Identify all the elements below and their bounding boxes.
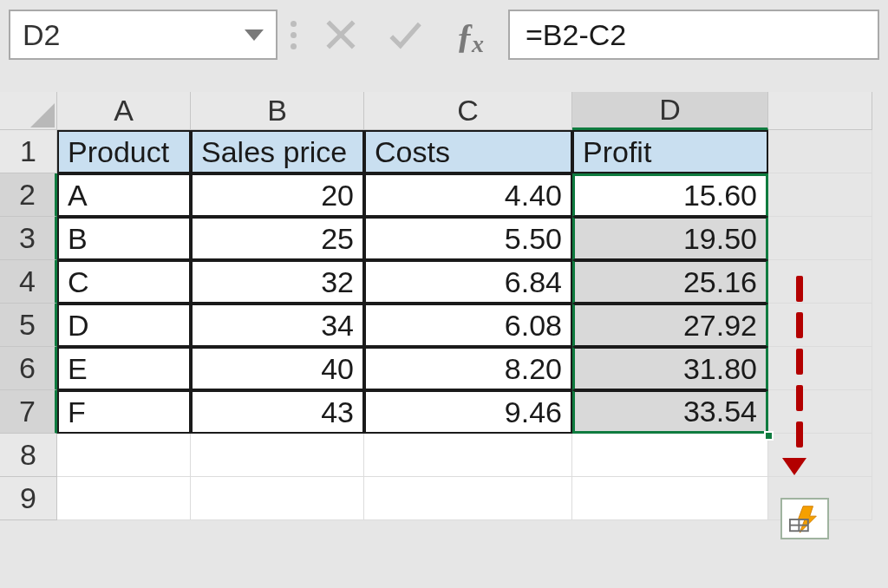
cancel-button[interactable] bbox=[309, 10, 373, 60]
select-all-corner[interactable] bbox=[0, 92, 57, 130]
column-header-b[interactable]: B bbox=[191, 92, 364, 130]
cell-c3[interactable]: 5.50 bbox=[364, 217, 572, 260]
spreadsheet-grid: A B C D 1 Product Sales price Costs Prof… bbox=[0, 92, 872, 520]
check-icon bbox=[387, 16, 423, 53]
cell-a7[interactable]: F bbox=[57, 390, 191, 434]
cell-a6[interactable]: E bbox=[57, 347, 191, 390]
name-box-value: D2 bbox=[23, 18, 245, 52]
cell-d6[interactable]: 31.80 bbox=[572, 347, 768, 390]
cell-d9[interactable] bbox=[572, 477, 768, 520]
cell-b6[interactable]: 40 bbox=[191, 347, 364, 390]
column-header-blank[interactable] bbox=[768, 92, 872, 130]
drag-down-arrow-icon bbox=[791, 276, 808, 479]
cell-a5[interactable]: D bbox=[57, 304, 191, 347]
cell-c6[interactable]: 8.20 bbox=[364, 347, 572, 390]
cell-c4[interactable]: 6.84 bbox=[364, 260, 572, 304]
column-header-d[interactable]: D bbox=[572, 92, 768, 130]
autofill-options-button[interactable] bbox=[780, 498, 829, 539]
column-header-row: A B C D bbox=[0, 92, 872, 130]
cell-e4[interactable] bbox=[768, 260, 872, 304]
row-header-4[interactable]: 4 bbox=[0, 260, 57, 304]
cell-c9[interactable] bbox=[364, 477, 572, 520]
row-5: 5 D 34 6.08 27.92 bbox=[0, 304, 872, 347]
row-header-5[interactable]: 5 bbox=[0, 304, 57, 347]
column-header-a[interactable]: A bbox=[57, 92, 191, 130]
cell-e1[interactable] bbox=[768, 130, 872, 173]
cell-d3[interactable]: 19.50 bbox=[572, 217, 768, 260]
cell-a4[interactable]: C bbox=[57, 260, 191, 304]
cell-d8[interactable] bbox=[572, 434, 768, 477]
cell-e5[interactable] bbox=[768, 304, 872, 347]
cell-b8[interactable] bbox=[191, 434, 364, 477]
cancel-icon bbox=[323, 16, 359, 53]
row-7: 7 F 43 9.46 33.54 bbox=[0, 390, 872, 434]
cell-b9[interactable] bbox=[191, 477, 364, 520]
row-header-2[interactable]: 2 bbox=[0, 173, 57, 217]
name-box[interactable]: D2 bbox=[9, 10, 278, 60]
cell-a8[interactable] bbox=[57, 434, 191, 477]
cell-b3[interactable]: 25 bbox=[191, 217, 364, 260]
cell-e3[interactable] bbox=[768, 217, 872, 260]
cell-e2[interactable] bbox=[768, 173, 872, 217]
formula-input[interactable]: =B2-C2 bbox=[508, 10, 879, 60]
cell-c8[interactable] bbox=[364, 434, 572, 477]
cell-d1[interactable]: Profit bbox=[572, 130, 768, 173]
row-8: 8 bbox=[0, 434, 872, 477]
row-4: 4 C 32 6.84 25.16 bbox=[0, 260, 872, 304]
cell-b5[interactable]: 34 bbox=[191, 304, 364, 347]
fx-label: ƒx bbox=[456, 15, 482, 56]
cell-d2[interactable]: 15.60 bbox=[572, 173, 768, 217]
cell-c2[interactable]: 4.40 bbox=[364, 173, 572, 217]
cell-e7[interactable] bbox=[768, 390, 872, 434]
formula-value: =B2-C2 bbox=[526, 18, 626, 52]
row-1: 1 Product Sales price Costs Profit bbox=[0, 130, 872, 173]
cell-b1[interactable]: Sales price bbox=[191, 130, 364, 173]
cell-a9[interactable] bbox=[57, 477, 191, 520]
cell-c5[interactable]: 6.08 bbox=[364, 304, 572, 347]
cell-d4[interactable]: 25.16 bbox=[572, 260, 768, 304]
row-9: 9 bbox=[0, 477, 872, 520]
select-all-triangle-icon bbox=[30, 103, 55, 127]
formula-bar-grip[interactable] bbox=[278, 18, 309, 52]
cell-b4[interactable]: 32 bbox=[191, 260, 364, 304]
cell-a3[interactable]: B bbox=[57, 217, 191, 260]
cell-e6[interactable] bbox=[768, 347, 872, 390]
cell-b7[interactable]: 43 bbox=[191, 390, 364, 434]
cell-d7[interactable]: 33.54 bbox=[572, 390, 768, 434]
cell-c7[interactable]: 9.46 bbox=[364, 390, 572, 434]
row-3: 3 B 25 5.50 19.50 bbox=[0, 217, 872, 260]
row-header-9[interactable]: 9 bbox=[0, 477, 57, 520]
cell-d5[interactable]: 27.92 bbox=[572, 304, 768, 347]
row-header-8[interactable]: 8 bbox=[0, 434, 57, 477]
fill-handle[interactable] bbox=[764, 431, 774, 441]
cell-a1[interactable]: Product bbox=[57, 130, 191, 173]
row-header-3[interactable]: 3 bbox=[0, 217, 57, 260]
name-box-dropdown-icon[interactable] bbox=[245, 29, 264, 41]
autofill-options-icon bbox=[788, 504, 821, 533]
cell-c1[interactable]: Costs bbox=[364, 130, 572, 173]
row-6: 6 E 40 8.20 31.80 bbox=[0, 347, 872, 390]
row-header-1[interactable]: 1 bbox=[0, 130, 57, 173]
cell-b2[interactable]: 20 bbox=[191, 173, 364, 217]
svg-marker-2 bbox=[30, 103, 55, 127]
row-header-7[interactable]: 7 bbox=[0, 390, 57, 434]
enter-button[interactable] bbox=[373, 10, 437, 60]
row-header-6[interactable]: 6 bbox=[0, 347, 57, 390]
cell-a2[interactable]: A bbox=[57, 173, 191, 217]
row-2: 2 A 20 4.40 15.60 bbox=[0, 173, 872, 217]
insert-function-button[interactable]: ƒx bbox=[437, 10, 501, 60]
formula-bar: D2 ƒx =B2-C2 bbox=[9, 9, 879, 61]
column-header-c[interactable]: C bbox=[364, 92, 572, 130]
